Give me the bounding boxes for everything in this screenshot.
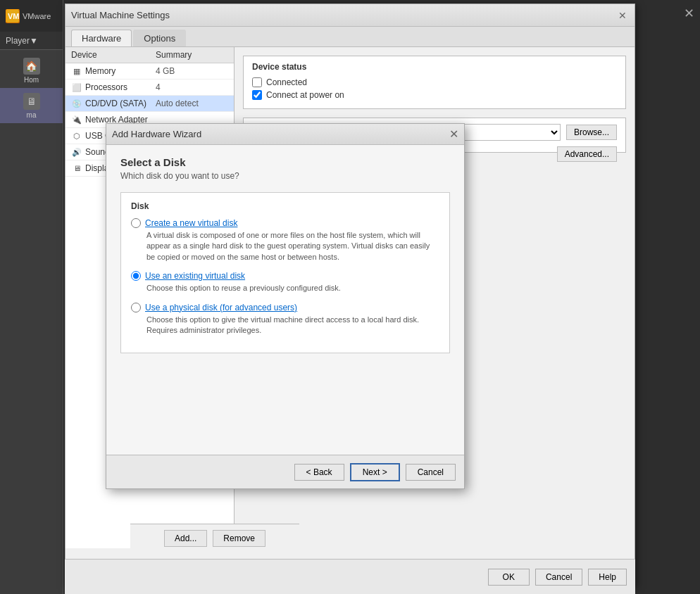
device-row-cddvd[interactable]: 💿 CD/DVD (SATA) Auto detect (65, 96, 234, 112)
radio-existing-virtual[interactable] (131, 271, 141, 281)
sound-icon: 🔊 (71, 146, 82, 158)
radio-option-physical: Use a physical disk (for advanced users)… (131, 303, 439, 336)
device-status-title: Device status (252, 62, 617, 72)
device-row-memory[interactable]: ▦ Memory 4 GB (65, 63, 234, 80)
sidebar-item-machine[interactable]: 🖥 ma (0, 88, 63, 123)
wizard-dialog: Add Hardware Wizard ✕ Select a Disk Whic… (106, 123, 465, 489)
radio-new-virtual[interactable] (131, 218, 141, 228)
remove-button[interactable]: Remove (213, 530, 265, 547)
wizard-subheading: Which disk do you want to use? (120, 171, 450, 181)
cancel-main-button[interactable]: Cancel (535, 569, 582, 586)
wizard-section-title: Disk (131, 201, 439, 211)
cancel-wizard-button[interactable]: Cancel (406, 464, 456, 481)
wizard-heading: Select a Disk (120, 156, 450, 168)
player-label: Player (6, 36, 30, 46)
sidebar-machine-label: ma (27, 111, 37, 119)
connect-power-checkbox-row: Connect at power on (252, 90, 617, 100)
device-row-processors[interactable]: ⬜ Processors 4 (65, 80, 234, 96)
usb-icon: ⬡ (71, 130, 82, 141)
memory-icon: ▦ (71, 65, 82, 77)
radio-label-new-virtual[interactable]: Create a new virtual disk (131, 218, 439, 228)
radio-new-virtual-text: Create a new virtual disk (145, 218, 237, 228)
col-device-header: Device (71, 50, 156, 60)
advanced-button[interactable]: Advanced... (557, 146, 617, 162)
connect-power-label: Connect at power on (266, 90, 344, 100)
device-name-processors: Processors (85, 82, 156, 92)
connected-label: Connected (266, 77, 307, 87)
sidebar-item-home[interactable]: 🏠 Hom (0, 53, 63, 88)
radio-option-existing-virtual: Use an existing virtual disk Choose this… (131, 271, 439, 293)
wizard-disk-section: Disk Create a new virtual disk A virtual… (120, 192, 450, 353)
next-button[interactable]: Next > (350, 463, 400, 481)
cddvd-icon: 💿 (71, 98, 82, 109)
processors-icon: ⬜ (71, 82, 82, 93)
vm-settings-close-icon[interactable]: ✕ (616, 9, 629, 22)
wizard-title: Add Hardware Wizard (112, 129, 201, 139)
device-status-group: Device status Connected Connect at power… (243, 56, 626, 109)
tab-options[interactable]: Options (133, 30, 186, 46)
col-summary-header: Summary (156, 50, 228, 60)
add-button[interactable]: Add... (164, 530, 207, 547)
radio-label-physical[interactable]: Use a physical disk (for advanced users) (131, 303, 439, 312)
svg-text:VM: VM (8, 12, 19, 20)
radio-physical-desc: Choose this option to give the virtual m… (146, 315, 439, 336)
wizard-footer: < Back Next > Cancel (106, 455, 464, 488)
device-list-header: Device Summary (65, 47, 234, 63)
radio-label-existing-virtual[interactable]: Use an existing virtual disk (131, 271, 439, 281)
device-summary-memory: 4 GB (156, 66, 228, 76)
ok-button[interactable]: OK (488, 569, 530, 586)
display-icon: 🖥 (71, 163, 82, 174)
connected-checkbox[interactable] (252, 77, 262, 87)
radio-physical-text: Use a physical disk (for advanced users) (145, 303, 297, 312)
radio-existing-virtual-desc: Choose this option to reuse a previously… (146, 283, 439, 293)
wizard-close-icon[interactable]: ✕ (449, 127, 458, 141)
radio-physical[interactable] (131, 303, 141, 312)
home-icon: 🏠 (23, 58, 40, 75)
device-summary-cddvd: Auto detect (156, 99, 228, 108)
machine-icon: 🖥 (23, 93, 40, 110)
network-icon: 🔌 (71, 114, 82, 125)
wizard-titlebar: Add Hardware Wizard ✕ (106, 124, 464, 145)
player-topbar: VM VMware (0, 0, 63, 32)
player-menu[interactable]: Player ▼ (0, 32, 63, 50)
tab-hardware[interactable]: Hardware (71, 30, 132, 46)
wizard-content: Select a Disk Which disk do you want to … (106, 145, 464, 373)
device-summary-processors: 4 (156, 82, 228, 92)
wizard-header: Select a Disk Which disk do you want to … (120, 156, 450, 181)
connected-checkbox-row: Connected (252, 77, 617, 87)
vm-settings-titlebar: Virtual Machine Settings ✕ (65, 4, 635, 27)
bottom-buttons: OK Cancel Help (65, 559, 635, 594)
radio-existing-virtual-text: Use an existing virtual disk (145, 271, 245, 281)
vmware-logo: VM (6, 9, 20, 23)
vm-settings-title: Virtual Machine Settings (71, 10, 170, 20)
secondary-window-close-icon[interactable]: ✕ (684, 6, 694, 21)
player-arrow-icon: ▼ (30, 36, 38, 46)
back-button[interactable]: < Back (294, 464, 344, 481)
browse-button[interactable]: Browse... (566, 125, 617, 140)
device-name-cddvd: CD/DVD (SATA) (85, 99, 156, 108)
tab-bar: Hardware Options (65, 27, 635, 47)
player-sidebar: VM VMware Player ▼ 🏠 Hom 🖥 ma (0, 0, 63, 594)
sidebar-items: 🏠 Hom 🖥 ma (0, 50, 63, 126)
radio-option-new-virtual: Create a new virtual disk A virtual disk… (131, 218, 439, 263)
sidebar-home-label: Hom (24, 76, 39, 84)
device-name-memory: Memory (85, 66, 156, 76)
settings-add-remove-row: Add... Remove (130, 524, 299, 552)
help-button[interactable]: Help (588, 569, 627, 586)
vmware-app-title: VMware (23, 12, 51, 20)
radio-new-virtual-desc: A virtual disk is composed of one or mor… (146, 230, 439, 263)
connect-power-checkbox[interactable] (252, 90, 262, 100)
